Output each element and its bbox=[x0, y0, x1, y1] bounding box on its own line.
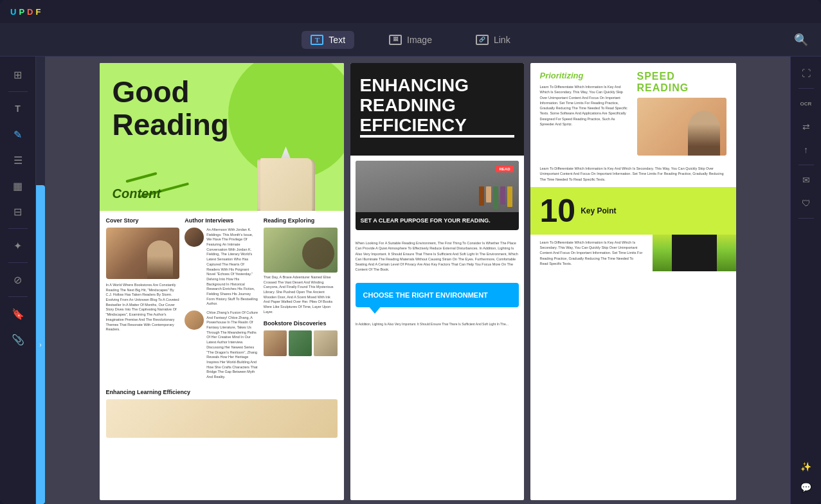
page3-body-text: Learn To Differentiate Which Information… bbox=[530, 161, 736, 187]
page2-body-text: When Looking For A Suitable Reading Envi… bbox=[350, 235, 524, 278]
author-item-1: An Afternoon With Jordan K. Fieldings: T… bbox=[185, 228, 258, 307]
app-logo: UPDF bbox=[10, 7, 41, 17]
sidebar-icon-forms[interactable]: ▦ bbox=[6, 174, 30, 197]
rs-icon-ocr[interactable]: OCR bbox=[796, 93, 816, 114]
tab-image[interactable]: 🖼 Image bbox=[380, 31, 441, 49]
reading-photo bbox=[637, 98, 726, 156]
purpose-text: SET A CLEAR PURPOSE FOR YOUR READING. bbox=[356, 212, 519, 230]
exploring-img-circle bbox=[302, 237, 334, 269]
woman-body bbox=[672, 235, 717, 271]
keypoint-label: Key Point bbox=[581, 206, 616, 215]
bookstore-title: Bookstore Discoveries bbox=[264, 320, 338, 327]
logo-p: P bbox=[19, 7, 24, 17]
read-badge: READ bbox=[496, 166, 513, 172]
choose-env-box: CHOOSE THE RIGHT ENVIRONMENT bbox=[356, 283, 519, 307]
pdf-page-1: Good Reading Content bbox=[100, 63, 344, 500]
decoration-line-2 bbox=[125, 172, 157, 183]
author-1-text: An Afternoon With Jordan K. Fieldings: T… bbox=[206, 228, 258, 307]
tab-image-label: Image bbox=[407, 35, 432, 45]
sections-row-1: Cover Story In A World Where Bookstores … bbox=[106, 217, 338, 384]
ten-keypoint-section: 10 Key Point bbox=[530, 187, 736, 235]
author-interviews-title: Author Interviews bbox=[185, 217, 258, 224]
rs-icon-convert[interactable]: ⇄ bbox=[796, 116, 816, 137]
rs-bottom-icons: ✨ 💬 bbox=[796, 456, 816, 498]
rs-icon-expand[interactable]: ⛶ bbox=[796, 63, 816, 84]
tab-link-label: Link bbox=[494, 35, 510, 45]
logo-u: U bbox=[10, 7, 16, 17]
rs-icon-protect[interactable]: 🛡 bbox=[796, 193, 816, 213]
pdf-page-2: ENHANCINGREADNINGEFFICIENCY bbox=[350, 63, 524, 500]
cover-story-text: In A World Where Bookstores Are Constant… bbox=[106, 283, 180, 332]
sidebar-icon-attachment[interactable]: 📎 bbox=[6, 328, 30, 351]
sidebar-icon-bookmark[interactable]: 🔖 bbox=[6, 302, 30, 325]
purpose-box: READ SET A CLEAR PURPOSE FOR YOUR READIN… bbox=[356, 161, 519, 230]
bookshelf-img bbox=[479, 186, 512, 209]
rs-icon-ai[interactable]: ✨ bbox=[796, 456, 816, 477]
rs-divider-2 bbox=[798, 165, 814, 165]
tab-text-label: Text bbox=[329, 35, 345, 45]
pdf-viewer[interactable]: Good Reading Content bbox=[45, 57, 790, 504]
speed-reading-header: Prioritizing Learn To Differentiate Whic… bbox=[530, 63, 736, 161]
sidebar-divider-2 bbox=[8, 228, 28, 229]
sidebar-icon-layers[interactable]: ⊘ bbox=[6, 268, 30, 291]
page1-body: Cover Story In A World Where Bookstores … bbox=[100, 211, 344, 444]
rs-icon-chat[interactable]: 💬 bbox=[796, 477, 816, 498]
reading-exploring-text: That Day, A Brave Adventurer Named Elise… bbox=[264, 275, 338, 315]
left-sidebar: ⊞ T ✎ ☰ ▦ ⊟ ✦ ⊘ 🔖 📎 bbox=[0, 57, 36, 504]
cover-story-title: Cover Story bbox=[106, 217, 180, 224]
prioritizing-title: Prioritizing bbox=[540, 71, 629, 80]
reading-person-silhouette bbox=[688, 111, 720, 156]
sidebar-icon-stamps[interactable]: ⊟ bbox=[6, 200, 30, 223]
speed-reading-title: SPEED READING bbox=[637, 71, 726, 94]
image-tab-icon: 🖼 bbox=[389, 35, 402, 45]
sidebar-icon-pages[interactable]: ⊞ bbox=[6, 63, 30, 86]
search-icon[interactable]: 🔍 bbox=[794, 33, 808, 47]
sidebar-icon-edit-content[interactable]: ✎ bbox=[6, 123, 30, 146]
arrow-icon: › bbox=[39, 341, 41, 348]
sidebar-divider-3 bbox=[8, 262, 28, 263]
sidebar-icon-edit-text[interactable]: T bbox=[6, 97, 30, 120]
cover-img-person bbox=[147, 240, 173, 279]
pdf-page-3: Prioritizing Learn To Differentiate Whic… bbox=[530, 63, 736, 500]
author-2-text: Chloe Zhang's Fusion Of Culture And Fant… bbox=[206, 310, 258, 380]
sidebar-icon-comment[interactable]: ✦ bbox=[6, 234, 30, 257]
link-tab-icon: 🔗 bbox=[476, 35, 489, 45]
rs-divider-3 bbox=[798, 218, 814, 219]
author-interviews-section: Author Interviews An Afternoon With Jord… bbox=[185, 217, 258, 384]
woman-reading-image bbox=[653, 235, 736, 271]
reading-exploring-section: Reading Exploring That Day, A Brave Adve… bbox=[264, 217, 338, 384]
author-item-2: Chloe Zhang's Fusion Of Culture And Fant… bbox=[185, 310, 258, 380]
page1-title: Good Reading bbox=[113, 76, 229, 141]
title-line1: Good bbox=[113, 76, 229, 109]
tab-text[interactable]: T Text bbox=[302, 31, 354, 49]
right-bottom-section: Learn To Differentiate Which Information… bbox=[530, 235, 736, 271]
cover-story-section: Cover Story In A World Where Bookstores … bbox=[106, 217, 180, 384]
author-avatar-1 bbox=[185, 228, 204, 247]
right-bottom-text: Learn To Differentiate Which Information… bbox=[530, 235, 653, 271]
page1-header: Good Reading Content bbox=[100, 63, 344, 211]
app-container: UPDF T Text 🖼 Image 🔗 Link 🔍 ⊞ T ✎ ☰ ▦ ⊟ bbox=[0, 0, 821, 504]
learning-image bbox=[106, 399, 338, 438]
exploring-image bbox=[264, 228, 338, 273]
rs-icon-export[interactable]: ↑ bbox=[796, 140, 816, 160]
cover-image bbox=[106, 228, 180, 279]
keypoint-label-wrapper: Key Point bbox=[581, 206, 616, 215]
text-tab-icon: T bbox=[311, 35, 323, 45]
page2-bottom-text: In Addition, Lighting Is Also Very Impor… bbox=[350, 317, 524, 332]
right-sidebar: ⛶ OCR ⇄ ↑ ✉ 🛡 ✨ 💬 bbox=[790, 57, 821, 504]
purpose-image: READ bbox=[356, 161, 519, 212]
book-image bbox=[235, 108, 338, 211]
bookstore-images bbox=[264, 330, 338, 356]
title-line2: Reading bbox=[113, 109, 229, 141]
bookstore-thumb-2 bbox=[289, 330, 312, 356]
rs-icon-share[interactable]: ✉ bbox=[796, 170, 816, 190]
author-avatar-2 bbox=[185, 310, 204, 330]
woman-reading-section bbox=[653, 235, 736, 271]
logo-f: F bbox=[35, 7, 41, 17]
sidebar-icon-organize[interactable]: ☰ bbox=[6, 148, 30, 172]
reading-exploring-title: Reading Exploring bbox=[264, 217, 338, 224]
tab-link[interactable]: 🔗 Link bbox=[467, 31, 519, 49]
woman-figure bbox=[659, 235, 730, 271]
top-toolbar: T Text 🖼 Image 🔗 Link 🔍 bbox=[0, 23, 821, 57]
left-panel-toggle[interactable]: › bbox=[36, 185, 45, 504]
